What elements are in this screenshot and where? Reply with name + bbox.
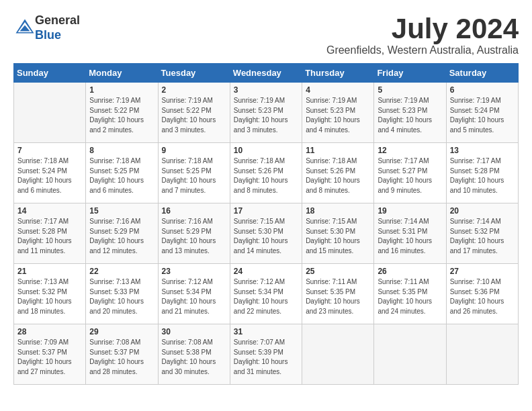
day-number: 6 bbox=[450, 85, 515, 95]
calendar-cell: 30Sunrise: 7:08 AMSunset: 5:38 PMDayligh… bbox=[158, 324, 230, 385]
day-number: 18 bbox=[306, 206, 370, 216]
day-number: 31 bbox=[234, 327, 298, 336]
day-number: 17 bbox=[234, 206, 298, 216]
weekday-header-cell: Thursday bbox=[302, 64, 374, 83]
page-header: General Blue July 2024 Greenfields, West… bbox=[13, 13, 519, 56]
day-number: 24 bbox=[234, 267, 298, 276]
day-info: Sunrise: 7:18 AMSunset: 5:26 PMDaylight:… bbox=[306, 156, 370, 195]
calendar-cell: 12Sunrise: 7:17 AMSunset: 5:27 PMDayligh… bbox=[374, 143, 446, 203]
title-block: July 2024 Greenfields, Western Australia… bbox=[326, 13, 519, 56]
calendar-cell: 19Sunrise: 7:14 AMSunset: 5:31 PMDayligh… bbox=[374, 203, 446, 264]
day-number: 5 bbox=[378, 85, 442, 95]
day-info: Sunrise: 7:08 AMSunset: 5:37 PMDaylight:… bbox=[89, 338, 154, 377]
day-info: Sunrise: 7:18 AMSunset: 5:24 PMDaylight:… bbox=[17, 156, 82, 195]
calendar-cell: 9Sunrise: 7:18 AMSunset: 5:25 PMDaylight… bbox=[158, 143, 230, 203]
day-info: Sunrise: 7:11 AMSunset: 5:35 PMDaylight:… bbox=[378, 277, 442, 316]
day-info: Sunrise: 7:13 AMSunset: 5:33 PMDaylight:… bbox=[89, 277, 154, 316]
day-info: Sunrise: 7:07 AMSunset: 5:39 PMDaylight:… bbox=[234, 338, 298, 377]
logo-icon bbox=[15, 17, 35, 37]
day-number: 7 bbox=[17, 146, 82, 155]
day-info: Sunrise: 7:18 AMSunset: 5:25 PMDaylight:… bbox=[162, 156, 226, 195]
day-info: Sunrise: 7:15 AMSunset: 5:30 PMDaylight:… bbox=[306, 217, 370, 256]
calendar-week-row: 21Sunrise: 7:13 AMSunset: 5:32 PMDayligh… bbox=[14, 264, 519, 324]
day-number: 20 bbox=[450, 206, 515, 216]
calendar-cell: 22Sunrise: 7:13 AMSunset: 5:33 PMDayligh… bbox=[86, 264, 158, 324]
calendar-cell: 15Sunrise: 7:16 AMSunset: 5:29 PMDayligh… bbox=[86, 203, 158, 264]
day-number: 4 bbox=[306, 85, 370, 95]
day-info: Sunrise: 7:19 AMSunset: 5:23 PMDaylight:… bbox=[306, 96, 370, 135]
day-info: Sunrise: 7:19 AMSunset: 5:22 PMDaylight:… bbox=[89, 96, 154, 135]
logo: General Blue bbox=[13, 13, 80, 42]
day-info: Sunrise: 7:19 AMSunset: 5:22 PMDaylight:… bbox=[162, 96, 226, 135]
day-number: 21 bbox=[17, 267, 82, 276]
day-info: Sunrise: 7:18 AMSunset: 5:25 PMDaylight:… bbox=[89, 156, 154, 195]
day-number: 13 bbox=[450, 146, 515, 155]
weekday-header-cell: Tuesday bbox=[158, 64, 230, 83]
calendar-cell: 27Sunrise: 7:10 AMSunset: 5:36 PMDayligh… bbox=[446, 264, 518, 324]
calendar-cell: 4Sunrise: 7:19 AMSunset: 5:23 PMDaylight… bbox=[302, 83, 374, 143]
weekday-header-cell: Monday bbox=[86, 64, 158, 83]
day-number: 26 bbox=[378, 267, 442, 276]
day-info: Sunrise: 7:15 AMSunset: 5:30 PMDaylight:… bbox=[234, 217, 298, 256]
day-info: Sunrise: 7:18 AMSunset: 5:26 PMDaylight:… bbox=[234, 156, 298, 195]
calendar-cell: 16Sunrise: 7:16 AMSunset: 5:29 PMDayligh… bbox=[158, 203, 230, 264]
calendar-cell bbox=[446, 324, 518, 385]
day-info: Sunrise: 7:08 AMSunset: 5:38 PMDaylight:… bbox=[162, 338, 226, 377]
day-number: 28 bbox=[17, 327, 82, 336]
day-info: Sunrise: 7:19 AMSunset: 5:23 PMDaylight:… bbox=[378, 96, 442, 135]
day-number: 29 bbox=[89, 327, 154, 336]
calendar-cell: 14Sunrise: 7:17 AMSunset: 5:28 PMDayligh… bbox=[14, 203, 86, 264]
calendar-cell: 23Sunrise: 7:12 AMSunset: 5:34 PMDayligh… bbox=[158, 264, 230, 324]
calendar-cell: 8Sunrise: 7:18 AMSunset: 5:25 PMDaylight… bbox=[86, 143, 158, 203]
weekday-header-cell: Sunday bbox=[14, 64, 86, 83]
calendar-cell: 28Sunrise: 7:09 AMSunset: 5:37 PMDayligh… bbox=[14, 324, 86, 385]
day-info: Sunrise: 7:09 AMSunset: 5:37 PMDaylight:… bbox=[17, 338, 82, 377]
day-number: 15 bbox=[89, 206, 154, 216]
calendar-cell: 6Sunrise: 7:19 AMSunset: 5:24 PMDaylight… bbox=[446, 83, 518, 143]
day-info: Sunrise: 7:19 AMSunset: 5:24 PMDaylight:… bbox=[450, 96, 515, 135]
calendar-table: SundayMondayTuesdayWednesdayThursdayFrid… bbox=[13, 63, 519, 385]
day-number: 12 bbox=[378, 146, 442, 155]
day-info: Sunrise: 7:14 AMSunset: 5:31 PMDaylight:… bbox=[378, 217, 442, 256]
day-number: 14 bbox=[17, 206, 82, 216]
day-info: Sunrise: 7:10 AMSunset: 5:36 PMDaylight:… bbox=[450, 277, 515, 316]
calendar-cell: 17Sunrise: 7:15 AMSunset: 5:30 PMDayligh… bbox=[230, 203, 302, 264]
calendar-cell: 13Sunrise: 7:17 AMSunset: 5:28 PMDayligh… bbox=[446, 143, 518, 203]
day-info: Sunrise: 7:12 AMSunset: 5:34 PMDaylight:… bbox=[162, 277, 226, 316]
calendar-week-row: 7Sunrise: 7:18 AMSunset: 5:24 PMDaylight… bbox=[14, 143, 519, 203]
day-number: 23 bbox=[162, 267, 226, 276]
day-info: Sunrise: 7:11 AMSunset: 5:35 PMDaylight:… bbox=[306, 277, 370, 316]
day-number: 11 bbox=[306, 146, 370, 155]
calendar-cell: 20Sunrise: 7:14 AMSunset: 5:32 PMDayligh… bbox=[446, 203, 518, 264]
day-number: 9 bbox=[162, 146, 226, 155]
calendar-cell: 3Sunrise: 7:19 AMSunset: 5:23 PMDaylight… bbox=[230, 83, 302, 143]
calendar-cell: 5Sunrise: 7:19 AMSunset: 5:23 PMDaylight… bbox=[374, 83, 446, 143]
day-number: 30 bbox=[162, 327, 226, 336]
calendar-cell bbox=[302, 324, 374, 385]
day-number: 19 bbox=[378, 206, 442, 216]
calendar-week-row: 14Sunrise: 7:17 AMSunset: 5:28 PMDayligh… bbox=[14, 203, 519, 264]
day-info: Sunrise: 7:16 AMSunset: 5:29 PMDaylight:… bbox=[162, 217, 226, 256]
weekday-header-row: SundayMondayTuesdayWednesdayThursdayFrid… bbox=[14, 64, 519, 83]
day-info: Sunrise: 7:16 AMSunset: 5:29 PMDaylight:… bbox=[89, 217, 154, 256]
day-number: 3 bbox=[234, 85, 298, 95]
day-info: Sunrise: 7:17 AMSunset: 5:27 PMDaylight:… bbox=[378, 156, 442, 195]
location-title: Greenfields, Western Australia, Australi… bbox=[326, 44, 519, 56]
weekday-header-cell: Friday bbox=[374, 64, 446, 83]
calendar-cell: 24Sunrise: 7:12 AMSunset: 5:34 PMDayligh… bbox=[230, 264, 302, 324]
weekday-header-cell: Wednesday bbox=[230, 64, 302, 83]
day-info: Sunrise: 7:19 AMSunset: 5:23 PMDaylight:… bbox=[234, 96, 298, 135]
day-info: Sunrise: 7:17 AMSunset: 5:28 PMDaylight:… bbox=[17, 217, 82, 256]
calendar-cell: 1Sunrise: 7:19 AMSunset: 5:22 PMDaylight… bbox=[86, 83, 158, 143]
logo-blue-text: Blue bbox=[35, 28, 61, 42]
calendar-cell: 29Sunrise: 7:08 AMSunset: 5:37 PMDayligh… bbox=[86, 324, 158, 385]
calendar-cell: 18Sunrise: 7:15 AMSunset: 5:30 PMDayligh… bbox=[302, 203, 374, 264]
day-number: 27 bbox=[450, 267, 515, 276]
logo-general-text: General bbox=[35, 13, 80, 27]
calendar-cell: 31Sunrise: 7:07 AMSunset: 5:39 PMDayligh… bbox=[230, 324, 302, 385]
calendar-cell bbox=[374, 324, 446, 385]
calendar-cell: 11Sunrise: 7:18 AMSunset: 5:26 PMDayligh… bbox=[302, 143, 374, 203]
weekday-header-cell: Saturday bbox=[446, 64, 518, 83]
day-number: 2 bbox=[162, 85, 226, 95]
calendar-body: 1Sunrise: 7:19 AMSunset: 5:22 PMDaylight… bbox=[14, 83, 519, 385]
